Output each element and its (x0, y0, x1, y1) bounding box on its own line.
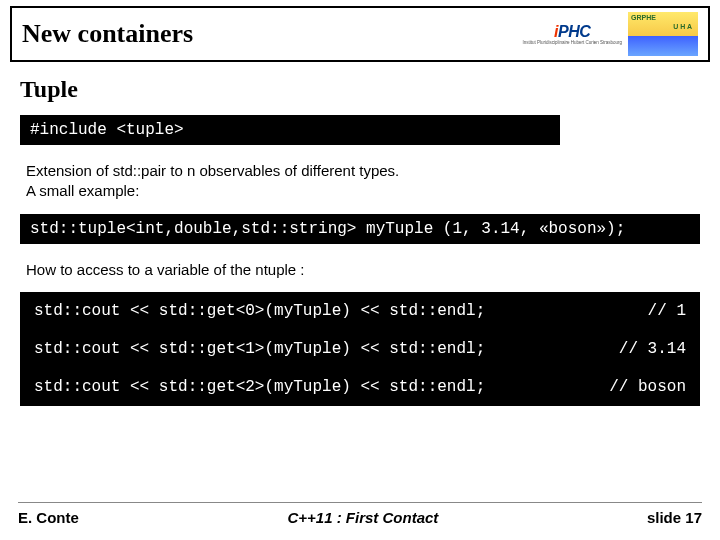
description-text: Extension of std::pair to n observables … (26, 161, 694, 202)
iphc-logo: iPHC Institut Pluridisciplinaire Hubert … (522, 23, 622, 46)
access-text: How to access to a variable of the ntupl… (26, 260, 694, 280)
page-title: New containers (22, 19, 193, 49)
footer-divider (18, 502, 702, 503)
iphc-phc: PHC (558, 23, 590, 40)
code-row: std::cout << std::get<2>(myTuple) << std… (20, 368, 700, 406)
iphc-subtitle: Institut Pluridisciplinaire Hubert Curie… (522, 41, 622, 46)
footer-author: E. Conte (18, 509, 79, 526)
footer-title: C++11 : First Contact (287, 509, 438, 526)
code-left: std::cout << std::get<0>(myTuple) << std… (34, 302, 485, 320)
title-bar: New containers iPHC Institut Pluridiscip… (10, 6, 710, 62)
grphe-top: GRPHE (631, 14, 656, 21)
code-left: std::cout << std::get<1>(myTuple) << std… (34, 340, 485, 358)
code-row: std::cout << std::get<1>(myTuple) << std… (20, 330, 700, 368)
grphe-logo: GRPHE U H A (628, 12, 698, 56)
footer-slide-number: slide 17 (647, 509, 702, 526)
code-left: std::cout << std::get<2>(myTuple) << std… (34, 378, 485, 396)
grphe-uha: U H A (673, 23, 692, 30)
code-declaration: std::tuple<int,double,std::string> myTup… (20, 214, 700, 244)
code-right: // 3.14 (619, 340, 686, 358)
code-row: std::cout << std::get<0>(myTuple) << std… (20, 292, 700, 330)
code-include: #include <tuple> (20, 115, 560, 145)
slide-content: Tuple #include <tuple> Extension of std:… (0, 62, 720, 406)
logo-group: iPHC Institut Pluridisciplinaire Hubert … (522, 14, 698, 54)
section-heading: Tuple (20, 76, 700, 103)
code-right: // boson (609, 378, 686, 396)
code-right: // 1 (648, 302, 686, 320)
footer: E. Conte C++11 : First Contact slide 17 (0, 492, 720, 540)
code-access-block: std::cout << std::get<0>(myTuple) << std… (20, 292, 700, 406)
